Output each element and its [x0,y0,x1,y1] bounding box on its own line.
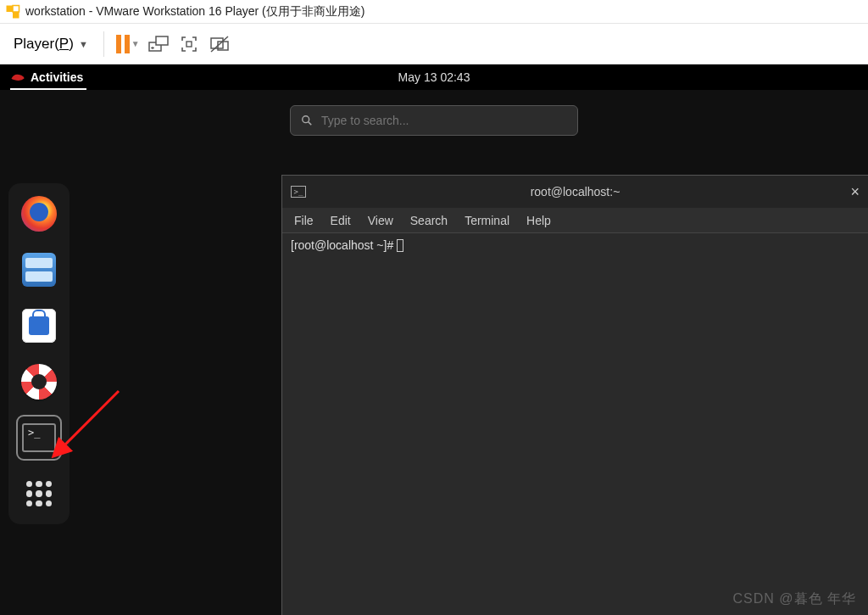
dock-item-files[interactable] [19,249,59,290]
menu-view[interactable]: View [368,214,393,227]
search-icon [301,115,313,126]
terminal-menubar: File Edit View Search Terminal Help [282,208,868,233]
menu-help[interactable]: Help [526,214,551,227]
vmware-toolbar: Player(P) ▼ ▼ [0,24,868,64]
vmware-logo-icon [5,4,20,20]
redhat-icon [10,72,25,82]
terminal-window: >_ root@localhost:~ × File Edit View Sea… [281,175,868,615]
dock-item-software[interactable] [19,305,59,346]
search-field-wrap[interactable] [290,105,578,136]
send-ctrl-alt-del-button[interactable] [145,31,172,58]
terminal-prompt: [root@localhost ~]# [291,238,397,252]
dock-item-apps[interactable] [19,473,59,514]
search-input[interactable] [321,114,567,127]
fullscreen-button[interactable] [175,31,203,58]
menu-file[interactable]: File [294,214,314,227]
vmware-window-title: workstation - VMware Workstation 16 Play… [25,4,364,20]
menu-terminal[interactable]: Terminal [465,214,509,227]
unity-icon [209,35,230,53]
help-icon [21,364,57,400]
apps-grid-icon [26,481,52,506]
menu-search[interactable]: Search [410,214,448,227]
svg-point-8 [303,116,309,123]
chevron-down-icon: ▼ [131,39,140,48]
svg-line-9 [309,122,312,126]
files-icon [22,253,56,287]
dock-item-firefox[interactable] [19,193,59,234]
gnome-top-bar: Activities May 13 02:43 [0,64,868,90]
toolbar-separator [103,31,104,57]
overview-search [290,105,578,136]
guest-desktop: Activities May 13 02:43 [0,64,868,615]
vmware-titlebar: workstation - VMware Workstation 16 Play… [0,0,868,24]
pause-button[interactable]: ▼ [114,31,142,58]
close-button[interactable]: × [850,183,860,201]
dock-item-terminal[interactable] [19,417,59,458]
svg-rect-4 [186,42,192,47]
fullscreen-icon [180,35,198,53]
svg-rect-3 [156,36,168,45]
activities-indicator [10,88,86,90]
player-menu[interactable]: Player(P) ▼ [8,32,93,56]
clock[interactable]: May 13 02:43 [398,70,470,84]
svg-rect-0 [7,5,14,12]
send-cad-icon [148,36,169,53]
terminal-title: root@localhost:~ [531,185,620,198]
dock-item-help[interactable] [19,361,59,402]
activities-button[interactable]: Activities [31,70,83,84]
software-icon [22,309,56,343]
dock [8,183,70,524]
terminal-icon [22,423,56,452]
terminal-cursor [397,239,403,252]
terminal-body[interactable]: [root@localhost ~]# [282,233,868,615]
svg-rect-1 [13,12,19,19]
chevron-down-icon: ▼ [79,39,88,49]
terminal-title-icon: >_ [291,186,306,198]
pause-icon [116,35,130,53]
firefox-icon [21,196,57,232]
unity-button[interactable] [206,31,233,58]
player-menu-label: Player(P) [14,36,74,53]
menu-edit[interactable]: Edit [331,214,351,227]
terminal-titlebar[interactable]: >_ root@localhost:~ × [282,176,868,208]
watermark: CSDN @暮色 年华 [733,590,856,608]
